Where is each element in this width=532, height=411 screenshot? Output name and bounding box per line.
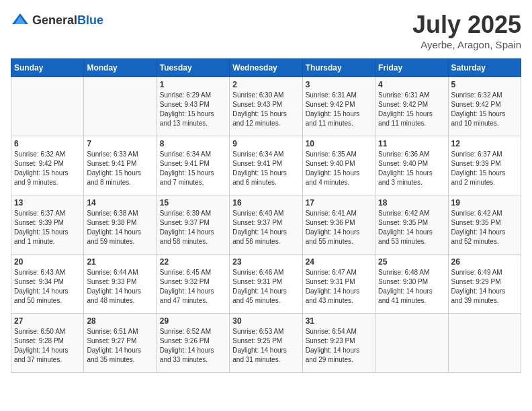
cell-detail: Sunrise: 6:37 AM Sunset: 9:39 PM Dayligh… — [14, 209, 81, 246]
sunrise-text: Sunrise: 6:32 AM — [451, 91, 502, 99]
day-number: 15 — [160, 198, 226, 208]
day-number: 21 — [87, 257, 153, 267]
day-number: 30 — [232, 316, 299, 326]
day-number: 18 — [378, 198, 445, 208]
cell-detail: Sunrise: 6:38 AM Sunset: 9:38 PM Dayligh… — [87, 209, 153, 246]
weekday-header: Sunday — [11, 59, 84, 77]
sunset-text: Sunset: 9:43 PM — [232, 101, 282, 108]
weekday-header: Wednesday — [230, 59, 302, 77]
sunrise-text: Sunrise: 6:29 AM — [160, 91, 211, 99]
calendar-cell: 25 Sunrise: 6:48 AM Sunset: 9:30 PM Dayl… — [375, 255, 448, 314]
calendar-cell: 20 Sunrise: 6:43 AM Sunset: 9:34 PM Dayl… — [11, 255, 84, 314]
daylight-text: Daylight: 15 hours and 10 minutes. — [451, 110, 506, 127]
calendar-week-row: 6 Sunrise: 6:32 AM Sunset: 9:42 PM Dayli… — [11, 136, 521, 195]
sunrise-text: Sunrise: 6:51 AM — [87, 328, 138, 335]
daylight-text: Daylight: 14 hours and 50 minutes. — [14, 287, 69, 304]
sunset-text: Sunset: 9:43 PM — [160, 101, 210, 108]
calendar-cell: 30 Sunrise: 6:53 AM Sunset: 9:25 PM Dayl… — [230, 314, 302, 373]
day-number: 28 — [87, 316, 153, 326]
sunrise-text: Sunrise: 6:46 AM — [232, 269, 283, 276]
day-number: 29 — [160, 316, 226, 326]
day-number: 19 — [451, 198, 518, 208]
day-number: 11 — [378, 139, 445, 148]
cell-detail: Sunrise: 6:33 AM Sunset: 9:41 PM Dayligh… — [87, 150, 153, 187]
cell-detail: Sunrise: 6:49 AM Sunset: 9:29 PM Dayligh… — [451, 268, 518, 306]
sunrise-text: Sunrise: 6:48 AM — [378, 269, 429, 276]
daylight-text: Daylight: 15 hours and 6 minutes. — [232, 169, 287, 186]
sunset-text: Sunset: 9:27 PM — [87, 337, 136, 345]
sunrise-text: Sunrise: 6:54 AM — [306, 328, 357, 335]
cell-detail: Sunrise: 6:36 AM Sunset: 9:40 PM Dayligh… — [378, 150, 445, 187]
calendar-cell: 8 Sunrise: 6:34 AM Sunset: 9:41 PM Dayli… — [157, 136, 229, 195]
cell-detail: Sunrise: 6:45 AM Sunset: 9:32 PM Dayligh… — [160, 268, 226, 306]
sunrise-text: Sunrise: 6:42 AM — [378, 210, 429, 217]
calendar-cell: 15 Sunrise: 6:39 AM Sunset: 9:37 PM Dayl… — [157, 195, 229, 255]
calendar-cell: 1 Sunrise: 6:29 AM Sunset: 9:43 PM Dayli… — [157, 77, 229, 136]
page-header: GeneralBlue July 2025 Ayerbe, Aragon, Sp… — [11, 11, 521, 50]
daylight-text: Daylight: 14 hours and 47 minutes. — [160, 287, 214, 304]
daylight-text: Daylight: 14 hours and 33 minutes. — [160, 347, 214, 363]
daylight-text: Daylight: 14 hours and 35 minutes. — [87, 347, 141, 363]
day-number: 2 — [232, 80, 299, 89]
sunset-text: Sunset: 9:30 PM — [378, 278, 428, 285]
day-number: 22 — [160, 257, 226, 267]
cell-detail: Sunrise: 6:30 AM Sunset: 9:43 PM Dayligh… — [232, 91, 299, 128]
cell-detail: Sunrise: 6:31 AM Sunset: 9:42 PM Dayligh… — [378, 91, 445, 128]
calendar-week-row: 27 Sunrise: 6:50 AM Sunset: 9:28 PM Dayl… — [11, 314, 521, 373]
calendar-cell: 16 Sunrise: 6:40 AM Sunset: 9:37 PM Dayl… — [230, 195, 302, 255]
cell-detail: Sunrise: 6:32 AM Sunset: 9:42 PM Dayligh… — [451, 91, 518, 128]
sunset-text: Sunset: 9:33 PM — [87, 278, 136, 285]
cell-detail: Sunrise: 6:34 AM Sunset: 9:41 PM Dayligh… — [232, 150, 299, 187]
daylight-text: Daylight: 15 hours and 11 minutes. — [306, 110, 360, 127]
sunrise-text: Sunrise: 6:41 AM — [306, 210, 357, 217]
logo: GeneralBlue — [11, 11, 103, 30]
day-number: 27 — [14, 316, 81, 326]
sunrise-text: Sunrise: 6:45 AM — [160, 269, 211, 276]
daylight-text: Daylight: 14 hours and 52 minutes. — [451, 228, 506, 245]
daylight-text: Daylight: 15 hours and 4 minutes. — [306, 169, 360, 186]
sunrise-text: Sunrise: 6:33 AM — [87, 150, 138, 158]
sunrise-text: Sunrise: 6:30 AM — [232, 91, 283, 99]
sunset-text: Sunset: 9:25 PM — [232, 337, 282, 345]
calendar-cell: 10 Sunrise: 6:35 AM Sunset: 9:40 PM Dayl… — [302, 136, 375, 195]
sunrise-text: Sunrise: 6:42 AM — [451, 210, 502, 217]
cell-detail: Sunrise: 6:39 AM Sunset: 9:37 PM Dayligh… — [160, 209, 226, 246]
calendar-cell: 7 Sunrise: 6:33 AM Sunset: 9:41 PM Dayli… — [84, 136, 157, 195]
calendar-cell: 9 Sunrise: 6:34 AM Sunset: 9:41 PM Dayli… — [230, 136, 302, 195]
daylight-text: Daylight: 15 hours and 9 minutes. — [14, 169, 69, 186]
calendar-cell: 12 Sunrise: 6:37 AM Sunset: 9:39 PM Dayl… — [448, 136, 521, 195]
day-number: 4 — [378, 80, 445, 89]
weekday-header: Monday — [84, 59, 157, 77]
sunrise-text: Sunrise: 6:37 AM — [14, 210, 65, 217]
weekday-header: Thursday — [302, 59, 375, 77]
sunrise-text: Sunrise: 6:47 AM — [306, 269, 357, 276]
weekday-header: Friday — [375, 59, 448, 77]
calendar-cell: 6 Sunrise: 6:32 AM Sunset: 9:42 PM Dayli… — [11, 136, 84, 195]
sunset-text: Sunset: 9:37 PM — [232, 219, 282, 226]
daylight-text: Daylight: 15 hours and 1 minute. — [14, 228, 69, 245]
day-number: 5 — [451, 80, 518, 89]
sunset-text: Sunset: 9:34 PM — [14, 278, 64, 285]
daylight-text: Daylight: 15 hours and 11 minutes. — [378, 110, 433, 127]
calendar-cell: 24 Sunrise: 6:47 AM Sunset: 9:31 PM Dayl… — [302, 255, 375, 314]
daylight-text: Daylight: 15 hours and 3 minutes. — [378, 169, 433, 186]
cell-detail: Sunrise: 6:32 AM Sunset: 9:42 PM Dayligh… — [14, 150, 81, 187]
day-number: 1 — [160, 80, 226, 89]
calendar-cell: 5 Sunrise: 6:32 AM Sunset: 9:42 PM Dayli… — [448, 77, 521, 136]
sunset-text: Sunset: 9:36 PM — [306, 219, 355, 226]
cell-detail: Sunrise: 6:41 AM Sunset: 9:36 PM Dayligh… — [306, 209, 372, 246]
sunrise-text: Sunrise: 6:31 AM — [378, 91, 429, 99]
cell-detail: Sunrise: 6:34 AM Sunset: 9:41 PM Dayligh… — [160, 150, 226, 187]
daylight-text: Daylight: 14 hours and 56 minutes. — [232, 228, 287, 245]
cell-detail: Sunrise: 6:44 AM Sunset: 9:33 PM Dayligh… — [87, 268, 153, 306]
daylight-text: Daylight: 14 hours and 55 minutes. — [306, 228, 360, 245]
day-number: 8 — [160, 139, 226, 148]
sunset-text: Sunset: 9:32 PM — [160, 278, 210, 285]
sunset-text: Sunset: 9:39 PM — [14, 219, 64, 226]
sunrise-text: Sunrise: 6:40 AM — [232, 210, 283, 217]
sunset-text: Sunset: 9:31 PM — [232, 278, 282, 285]
sunset-text: Sunset: 9:41 PM — [232, 160, 282, 167]
cell-detail: Sunrise: 6:48 AM Sunset: 9:30 PM Dayligh… — [378, 268, 445, 306]
month-year-title: July 2025 — [412, 11, 521, 39]
cell-detail: Sunrise: 6:51 AM Sunset: 9:27 PM Dayligh… — [87, 327, 153, 365]
